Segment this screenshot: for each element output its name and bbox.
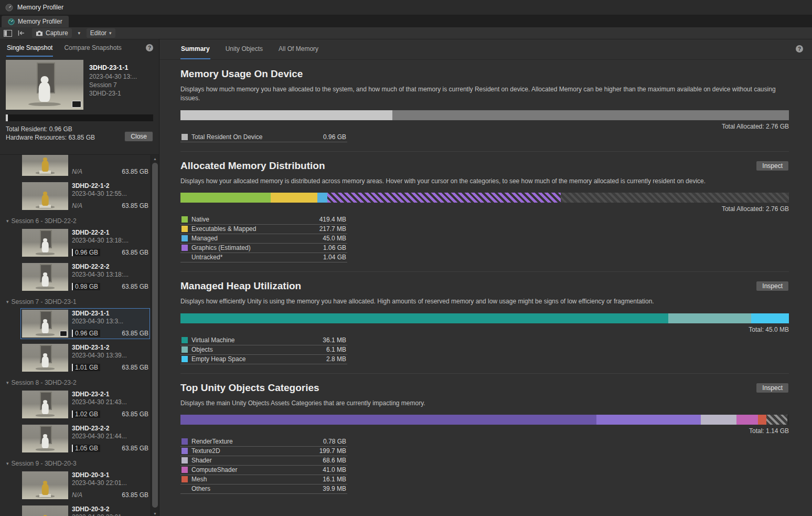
legend-value: 39.9 MB: [323, 485, 346, 492]
bar-segment-mesh[interactable]: [758, 415, 766, 425]
snapshot-item-3dhd-23-2-1[interactable]: 3DHD-23-2-12023-04-30 21:43...1.02 GB63.…: [20, 389, 150, 420]
snapshot-item-3dhd-23-2-2[interactable]: 3DHD-23-2-22023-04-30 21:44...1.05 GB63.…: [20, 423, 150, 454]
legend-swatch-icon: [181, 438, 188, 445]
bar-segment-managed[interactable]: [317, 193, 327, 203]
legend-label: ComputeShader: [191, 466, 319, 473]
section-title: Memory Usage On Device: [180, 68, 303, 80]
help-icon[interactable]: ?: [146, 44, 153, 51]
foldout-icon: ▾: [6, 380, 9, 385]
inspect-button[interactable]: Inspect: [756, 161, 789, 171]
snapshot-item-3dhd-23-1-1[interactable]: 3DHD-23-1-12023-04-30 13:3...0.96 GB63.8…: [20, 308, 150, 339]
snapshot-values: 0.96 GB63.85 GB: [72, 249, 148, 257]
help-icon[interactable]: ?: [796, 45, 803, 52]
bar-segment-others[interactable]: [766, 415, 787, 425]
snapshot-title: 3DHD-23-1-1: [72, 310, 148, 317]
thumbnail-shadow: [28, 102, 61, 107]
snapshot-item-3dhd-22-1-2[interactable]: 3DHD-22-1-22023-04-30 12:55...N/A63.85 G…: [20, 181, 150, 212]
tab-single-snapshot[interactable]: Single Snapshot: [6, 39, 53, 57]
bar-segment-native[interactable]: [180, 193, 271, 203]
snapshot-date: 2023-04-30 13:3...: [72, 318, 148, 325]
scroll-up-icon[interactable]: ▲: [151, 155, 159, 162]
session-header-session-6-3dhd-22-2[interactable]: ▾Session 6 - 3DHD-22-2: [0, 215, 151, 226]
close-button[interactable]: Close: [124, 131, 153, 142]
snapshot-info: 2023-04-30 12:54...N/A63.85 GB: [72, 155, 148, 176]
window-title: Memory Profiler: [17, 4, 63, 11]
snapshot-item-3dhd-23-1-2[interactable]: 3DHD-23-1-22023-04-30 13:39...1.01 GB63.…: [20, 342, 150, 373]
sidebar-scrollbar[interactable]: ▲ ▼: [151, 155, 159, 516]
hardware-value: 63.85 GB: [122, 445, 148, 452]
legend-row-mesh: Mesh16.1 MB: [180, 475, 347, 485]
legend-row-virtual-machine: Virtual Machine36.1 MB: [180, 336, 347, 345]
bar-segment-virtual-machine[interactable]: [180, 313, 668, 323]
foldout-icon: ▾: [6, 461, 9, 466]
editor-dropdown[interactable]: Editor ▾: [87, 28, 115, 38]
inspect-button[interactable]: Inspect: [756, 383, 789, 393]
snapshot-item-3dhd-20-3-2[interactable]: 3DHD-20-3-22023-04-30 22:01...N/A63.85 G…: [20, 504, 150, 516]
bar-segment-allocated-remainder[interactable]: [392, 110, 789, 120]
legend-value: 6.1 MB: [326, 346, 346, 353]
bar-segment-shader[interactable]: [701, 415, 736, 425]
thumbnail-shadow: [36, 287, 55, 289]
session-header-session-7-3dhd-23-1[interactable]: ▾Session 7 - 3DHD-23-1: [0, 296, 151, 307]
legend-label: Untracked*: [191, 254, 319, 261]
session-header-session-8-3dhd-23-2[interactable]: ▾Session 8 - 3DHD-23-2: [0, 376, 151, 388]
snapshot-thumbnail: [22, 425, 68, 452]
astronaut-figure: [40, 434, 50, 449]
snapshot-thumbnail: [22, 391, 68, 418]
tab-memory-profiler[interactable]: Memory Profiler: [2, 16, 69, 27]
snapshot-item-3dhd-22-2-2[interactable]: 3DHD-22-2-22023-04-30 13:18:...0.98 GB63…: [20, 261, 150, 292]
bar-segment-objects[interactable]: [668, 313, 751, 323]
legend-label: Native: [191, 216, 316, 223]
toolbar: Capture ▾ Editor ▾: [0, 27, 812, 39]
hardware-value: 63.85 GB: [122, 410, 148, 418]
scroll-down-icon[interactable]: ▼: [151, 510, 159, 516]
bar-segment-graphics-estimated[interactable]: [327, 193, 561, 203]
snapshot-title: 3DHD-20-3-1: [72, 471, 148, 479]
section-description: Displays how your allocated memory is di…: [180, 177, 789, 186]
bar-segment-computeshader[interactable]: [736, 415, 758, 425]
hardware-value: 63.85 GB: [122, 168, 148, 175]
legend-swatch-icon: [181, 226, 188, 232]
summary-sections: Memory Usage On Device Displays how much…: [159, 60, 812, 516]
snapshot-item[interactable]: 2023-04-30 12:54...N/A63.85 GB: [20, 155, 150, 177]
capture-label: Capture: [46, 29, 68, 37]
legend-value: 0.96 GB: [323, 133, 346, 141]
capture-dropdown[interactable]: ▾: [73, 28, 85, 38]
snapshot-title: 3DHD-22-2-1: [72, 229, 148, 236]
panel-layout-button[interactable]: [2, 28, 14, 38]
legend-row-rendertexture: RenderTexture0.78 GB: [180, 437, 347, 447]
inspect-button[interactable]: Inspect: [756, 281, 789, 291]
bar-segment-executables-mapped[interactable]: [271, 193, 317, 203]
bar-segment-untracked[interactable]: [561, 193, 789, 203]
allocated-distribution-bar: [180, 193, 789, 203]
legend-row-computeshader: ComputeShader41.0 MB: [180, 466, 347, 475]
section-title: Top Unity Objects Categories: [180, 382, 319, 394]
selected-snapshot-card: 3DHD-23-1-1 2023-04-30 13:... Session 7 …: [0, 57, 159, 154]
snapshot-thumbnail: [22, 155, 68, 176]
capture-button[interactable]: Capture: [32, 28, 72, 38]
tab-summary[interactable]: Summary: [180, 39, 210, 59]
bar-segment-rendertexture[interactable]: [180, 415, 596, 425]
thumbnail-shadow: [36, 333, 55, 335]
legend-label: Shader: [191, 457, 319, 464]
tab-unity-objects[interactable]: Unity Objects: [225, 39, 263, 59]
bar-segment-empty-heap-space[interactable]: [751, 313, 789, 323]
scrollbar-thumb[interactable]: [152, 163, 158, 508]
legend-row-native: Native419.4 MB: [180, 215, 347, 225]
import-snapshot-button[interactable]: [15, 28, 27, 38]
resident-value: N/A: [72, 491, 82, 499]
legend-label: Executables & Mapped: [191, 225, 316, 233]
resident-value: 0.98 GB: [72, 283, 100, 290]
tab-compare-snapshots[interactable]: Compare Snapshots: [63, 39, 122, 57]
snapshot-item-3dhd-20-3-1[interactable]: 3DHD-20-3-12023-04-30 22:01...N/A63.85 G…: [20, 470, 150, 501]
bar-segment-texture2d[interactable]: [596, 415, 700, 425]
snapshot-item-3dhd-22-2-1[interactable]: 3DHD-22-2-12023-04-30 13:18:...0.96 GB63…: [20, 227, 150, 258]
snapshot-session: Session 7: [89, 81, 137, 89]
session-header-session-9-3dhd-20-3[interactable]: ▾Session 9 - 3DHD-20-3: [0, 457, 151, 469]
bar-segment-total-resident-on-device[interactable]: [180, 110, 392, 120]
tab-all-of-memory[interactable]: All Of Memory: [278, 39, 319, 59]
managed-heap-legend: Virtual Machine36.1 MBObjects6.1 MBEmpty…: [180, 336, 347, 364]
legend-label: RenderTexture: [191, 438, 319, 445]
snapshot-date: 2023-04-30 13:39...: [72, 352, 148, 359]
legend-swatch-icon: [181, 346, 188, 353]
